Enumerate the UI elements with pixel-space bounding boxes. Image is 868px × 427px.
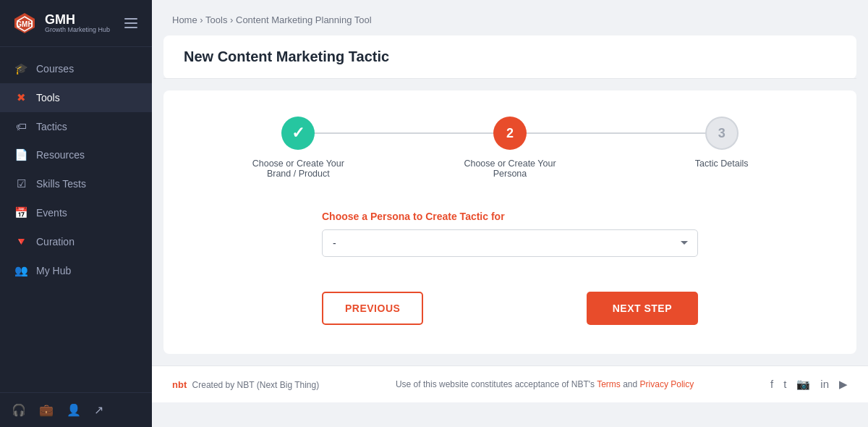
main-content: Home › Tools › Content Marketing Plannin… <box>152 0 868 427</box>
hamburger-button[interactable] <box>122 15 140 31</box>
sidebar-item-skills-tests[interactable]: ☑ Skills Tests <box>0 169 152 198</box>
sidebar-item-label: Resources <box>36 149 85 161</box>
stepper-step-2: 2 Choose or Create Your Persona <box>404 117 616 179</box>
stepper-step-3: 3 Tactic Details <box>616 117 827 169</box>
twitter-icon[interactable]: t <box>783 378 786 391</box>
my-hub-icon: 👥 <box>14 264 27 277</box>
page-header-card: New Content Marketing Tactic <box>163 35 856 79</box>
briefcase-icon[interactable]: 💼 <box>39 403 54 417</box>
user-icon[interactable]: 👤 <box>67 403 81 417</box>
sidebar-nav: 🎓 Courses ✖ Tools 🏷 Tactics 📄 Resources … <box>0 47 152 392</box>
headphones-icon[interactable]: 🎧 <box>12 403 26 417</box>
footer-legal: Use of this website constitutes acceptan… <box>319 379 770 389</box>
footer-terms-link[interactable]: Terms <box>597 379 621 389</box>
footer-credit: Created by NBT (Next Big Thing) <box>192 380 320 390</box>
step-label-2: Choose or Create Your Persona <box>459 158 561 179</box>
steps-card: Choose or Create Your Brand / Product 2 … <box>163 90 856 354</box>
breadcrumb-home[interactable]: Home <box>172 14 197 25</box>
form-actions: PREVIOUS NEXT STEP <box>322 292 698 325</box>
sidebar-item-my-hub[interactable]: 👥 My Hub <box>0 256 152 285</box>
sidebar-item-label: Events <box>36 207 67 219</box>
footer: nbt Created by NBT (Next Big Thing) Use … <box>152 365 868 402</box>
sidebar-item-resources[interactable]: 📄 Resources <box>0 140 152 169</box>
footer-privacy-link[interactable]: Privacy Policy <box>640 379 694 389</box>
gmh-logo-icon: GMH <box>12 10 38 36</box>
step-label-1: Choose or Create Your Brand / Product <box>247 158 349 179</box>
page-header: New Content Marketing Tactic <box>163 35 856 79</box>
next-step-button[interactable]: NEXT STEP <box>587 292 698 325</box>
logo-subtext: Growth Marketing Hub <box>45 26 110 33</box>
events-icon: 📅 <box>14 206 27 219</box>
sidebar-item-label: Tools <box>36 92 60 103</box>
breadcrumb-current: Content Marketing Planning Tool <box>236 14 372 25</box>
checkmark-icon <box>292 124 305 143</box>
curation-icon: 🔻 <box>14 235 27 248</box>
skills-tests-icon: ☑ <box>14 177 27 190</box>
sidebar-item-label: Courses <box>36 63 74 75</box>
stepper-step-1: Choose or Create Your Brand / Product <box>192 117 404 179</box>
sidebar-item-tactics[interactable]: 🏷 Tactics <box>0 112 152 140</box>
sidebar-item-courses[interactable]: 🎓 Courses <box>0 54 152 83</box>
page-title: New Content Marketing Tactic <box>184 48 836 65</box>
sidebar: GMH GMH Growth Marketing Hub 🎓 Courses ✖… <box>0 0 152 427</box>
youtube-icon[interactable]: ▶ <box>839 378 848 391</box>
step-circle-3: 3 <box>705 117 739 150</box>
sidebar-item-label: Curation <box>36 236 75 248</box>
share-icon[interactable]: ↗ <box>94 403 103 417</box>
tools-icon: ✖ <box>14 91 27 104</box>
footer-social: f t 📷 in ▶ <box>770 378 848 391</box>
persona-select[interactable]: - <box>322 229 698 257</box>
form-section: Choose a Persona to Create Tactic for - … <box>322 211 698 325</box>
sidebar-item-label: Skills Tests <box>36 178 86 190</box>
previous-button[interactable]: PREVIOUS <box>322 292 423 325</box>
breadcrumb-tools[interactable]: Tools <box>205 14 227 25</box>
persona-label: Choose a Persona to Create Tactic for <box>322 211 698 222</box>
sidebar-item-tools[interactable]: ✖ Tools <box>0 83 152 112</box>
step-circle-1 <box>281 117 315 150</box>
stepper: Choose or Create Your Brand / Product 2 … <box>192 117 827 179</box>
linkedin-icon[interactable]: in <box>820 378 829 391</box>
courses-icon: 🎓 <box>14 62 27 75</box>
breadcrumb: Home › Tools › Content Marketing Plannin… <box>152 0 868 35</box>
resources-icon: 📄 <box>14 148 27 161</box>
tactics-icon: 🏷 <box>14 120 27 132</box>
facebook-icon[interactable]: f <box>770 378 773 391</box>
step-label-3: Tactic Details <box>695 158 749 169</box>
breadcrumb-sep2: › <box>230 14 233 25</box>
breadcrumb-sep1: › <box>200 14 203 25</box>
sidebar-item-label: Tactics <box>36 121 67 132</box>
svg-text:GMH: GMH <box>16 20 33 28</box>
sidebar-item-label: My Hub <box>36 265 71 276</box>
step-circle-2: 2 <box>493 117 527 150</box>
sidebar-bottom: 🎧 💼 👤 ↗ <box>0 392 152 427</box>
instagram-icon[interactable]: 📷 <box>796 378 810 391</box>
footer-brand: nbt <box>172 379 187 390</box>
sidebar-item-events[interactable]: 📅 Events <box>0 198 152 227</box>
sidebar-logo: GMH GMH Growth Marketing Hub <box>0 0 152 47</box>
sidebar-item-curation[interactable]: 🔻 Curation <box>0 227 152 256</box>
logo-text: GMH <box>45 13 110 26</box>
